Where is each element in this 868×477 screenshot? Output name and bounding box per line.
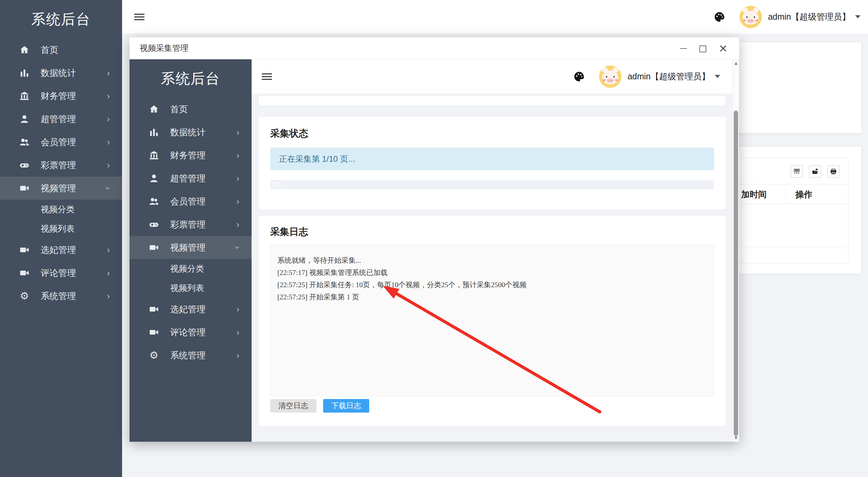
sidebar-item-finance[interactable]: 财务管理› (130, 144, 252, 167)
user-name[interactable]: admin【超级管理员】 (768, 11, 850, 22)
log-line: [22:57:25] 开始采集任务: 10页，每页10个视频，分类25个，预计采… (277, 279, 707, 291)
home-icon (149, 104, 159, 115)
window-sidebar: 系统后台 首页数据统计›财务管理›超管管理›会员管理›彩票管理›视频管理›视频分… (130, 59, 252, 442)
sidebar-item-superadmin[interactable]: 超管管理› (0, 107, 122, 131)
sidebar-item-home[interactable]: 首页 (130, 98, 252, 121)
export-icon[interactable] (809, 165, 821, 178)
user-avatar[interactable] (739, 6, 762, 28)
sidebar-item-system[interactable]: ⚙系统管理› (130, 344, 252, 367)
chevron-right-icon: › (107, 68, 110, 77)
progress-label: 0% (270, 180, 714, 189)
sidebar-item-members[interactable]: 会员管理› (130, 190, 252, 213)
log-output[interactable]: 系统就绪，等待开始采集...[22:57:17] 视频采集管理系统已加载[22:… (270, 245, 714, 396)
sidebar-item-label: 视频管理 (41, 182, 76, 194)
gamepad-icon (19, 160, 30, 171)
sidebar-item-label: 系统管理 (170, 350, 205, 361)
chevron-right-icon: › (107, 292, 110, 300)
window-scrollbar[interactable]: ▲ ▼ (733, 59, 739, 441)
sidebar-item-label: 财务管理 (170, 150, 205, 161)
collect-status-card: 采集状态 正在采集第 1/10 页... 0% (259, 117, 726, 209)
user-name[interactable]: admin【超级管理员】 (628, 71, 710, 82)
sidebar-item-label: 财务管理 (41, 90, 76, 102)
sidebar-item-label: 选妃管理 (170, 303, 205, 315)
sidebar-item-superadmin[interactable]: 超管管理› (130, 167, 252, 190)
sidebar-item-stats[interactable]: 数据统计› (130, 121, 252, 144)
bank-icon (19, 91, 30, 101)
close-icon[interactable]: × (718, 43, 728, 54)
collect-log-card: 采集日志 系统就绪，等待开始采集...[22:57:17] 视频采集管理系统已加… (259, 216, 726, 426)
window-titlebar[interactable]: 视频采集管理 — □ × (130, 37, 739, 59)
chevron-right-icon: › (236, 197, 239, 206)
sidebar-item-label: 超管管理 (170, 173, 205, 184)
log-line: 系统就绪，等待开始采集... (277, 254, 707, 266)
sidebar-subitem[interactable]: 视频分类 (130, 259, 252, 278)
bar-chart-icon (149, 127, 159, 138)
sidebar-item-stats[interactable]: 数据统计› (0, 61, 122, 84)
scrollbar-thumb[interactable] (734, 111, 738, 436)
maximize-icon[interactable]: □ (699, 44, 707, 53)
sidebar-item-lottery[interactable]: 彩票管理› (130, 213, 252, 236)
scroll-down-icon[interactable]: ▼ (733, 435, 739, 440)
sidebar-item-lottery[interactable]: 彩票管理› (0, 154, 122, 177)
sidebar-subitem[interactable]: 视频列表 (130, 278, 252, 298)
sidebar-item-label: 首页 (170, 103, 188, 115)
sidebar-item-members[interactable]: 会员管理› (0, 131, 122, 154)
home-icon (19, 44, 30, 55)
chevron-right-icon: › (236, 128, 239, 137)
sidebar-menu: 首页数据统计›财务管理›超管管理›会员管理›彩票管理›视频管理›视频分类视频列表… (0, 38, 122, 307)
sidebar-item-label: 会员管理 (170, 196, 205, 207)
status-alert: 正在采集第 1/10 页... (270, 147, 714, 170)
chevron-right-icon: › (107, 161, 110, 170)
log-line: [22:57:25] 开始采集第 1 页 (277, 291, 707, 303)
chevron-down-icon[interactable] (855, 15, 861, 18)
theme-palette-icon[interactable] (573, 71, 585, 82)
chevron-right-icon: › (107, 92, 110, 100)
sidebar-item-finance[interactable]: 财务管理› (0, 84, 122, 107)
bar-chart-icon (19, 67, 30, 78)
chevron-right-icon: › (236, 220, 239, 229)
minimize-icon[interactable]: — (680, 44, 687, 52)
video-icon (149, 327, 159, 338)
sidebar-item-label: 首页 (41, 44, 58, 56)
columns-icon[interactable] (791, 165, 803, 178)
chevron-down-icon[interactable] (715, 75, 720, 78)
sidebar-item-comments[interactable]: 评论管理› (130, 321, 252, 344)
chevron-right-icon: › (107, 269, 110, 277)
sidebar-item-home[interactable]: 首页 (0, 38, 122, 61)
sidebar-item-video[interactable]: 视频管理› (0, 177, 122, 200)
sidebar-item-system[interactable]: ⚙系统管理› (0, 284, 122, 307)
clear-log-button[interactable]: 清空日志 (270, 399, 316, 413)
sidebar-item-label: 评论管理 (41, 267, 76, 279)
chevron-down-icon: › (104, 187, 113, 190)
sidebar-item-label: 超管管理 (41, 113, 76, 125)
user-cluster: admin【超级管理员】 (573, 59, 720, 94)
sidebar-subitem[interactable]: 视频分类 (0, 200, 122, 219)
sidebar-item-xuanfei[interactable]: 选妃管理› (130, 298, 252, 321)
menu-toggle-icon[interactable] (134, 12, 144, 22)
column-header-action: 操作 (795, 184, 812, 204)
user-icon (19, 114, 30, 124)
scroll-up-icon[interactable]: ▲ (733, 61, 739, 65)
chevron-down-icon: › (234, 246, 242, 249)
video-icon (19, 267, 30, 278)
sidebar-item-label: 评论管理 (170, 326, 205, 338)
chevron-right-icon: › (236, 174, 239, 183)
chevron-right-icon: › (107, 245, 110, 254)
theme-palette-icon[interactable] (714, 11, 725, 23)
sidebar-subitem[interactable]: 视频列表 (0, 219, 122, 238)
main-sidebar: 系统后台 首页数据统计›财务管理›超管管理›会员管理›彩票管理›视频管理›视频分… (0, 0, 122, 477)
sidebar-item-comments[interactable]: 评论管理› (0, 261, 122, 284)
user-avatar[interactable] (599, 65, 622, 88)
print-icon[interactable] (827, 165, 840, 178)
sidebar-item-video[interactable]: 视频管理› (130, 236, 252, 259)
menu-toggle-icon[interactable] (262, 72, 272, 81)
chevron-right-icon: › (236, 351, 239, 360)
sidebar-item-xuanfei[interactable]: 选妃管理› (0, 238, 122, 261)
scrolled-card-remnant (259, 96, 726, 106)
chevron-right-icon: › (236, 305, 239, 314)
page: admin【超级管理员】 系统后台 首页数据统计›财务管理›超管管理›会员管理›… (0, 0, 868, 477)
download-log-button[interactable]: 下载日志 (323, 399, 369, 413)
main-topbar: admin【超级管理员】 (122, 0, 868, 34)
window-title: 视频采集管理 (140, 43, 189, 54)
status-message: 正在采集第 1/10 页... (279, 154, 355, 164)
